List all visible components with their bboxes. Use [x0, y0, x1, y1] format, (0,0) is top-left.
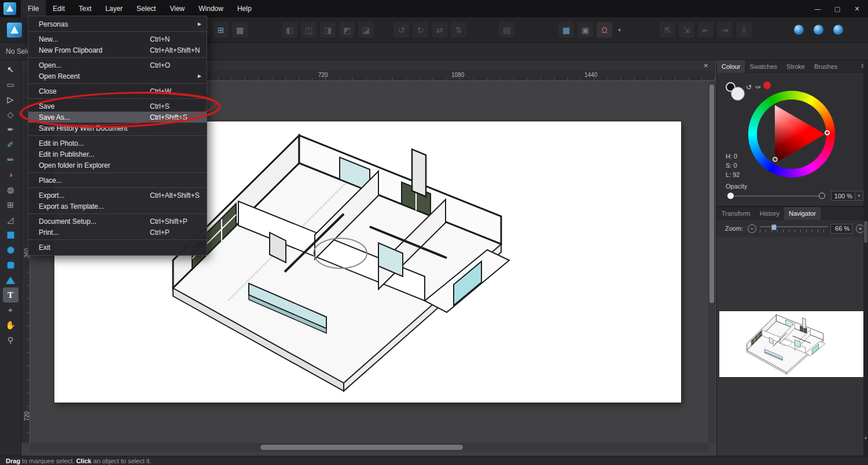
menubar-file[interactable]: File — [21, 0, 46, 17]
zoom-tool[interactable]: ⚲ — [3, 333, 19, 348]
menu-item-document-setup[interactable]: Document Setup... Ctrl+Shift+P — [28, 216, 207, 227]
pencil-tool[interactable]: ✏ — [3, 152, 19, 167]
menu-item-save-as[interactable]: Save As... Ctrl+Shift+S — [28, 112, 207, 123]
menu-item-place[interactable]: Place... — [28, 175, 207, 186]
menu-item-new-from-clipboard[interactable]: New From Clipboard Ctrl+Alt+Shift+N — [28, 45, 207, 56]
menu-item-exit[interactable]: Exit — [28, 242, 207, 253]
opacity-slider-end[interactable] — [819, 193, 825, 199]
show-grid-icon[interactable]: ▦ — [558, 22, 574, 38]
align-right-icon[interactable]: ◨ — [320, 22, 336, 38]
rectangle-tool[interactable] — [3, 227, 19, 242]
menu-item-open-recent[interactable]: Open Recent ▶ — [28, 71, 207, 82]
menu-item-print[interactable]: Print... Ctrl+P — [28, 227, 207, 238]
ellipse-tool[interactable] — [3, 242, 19, 257]
horizontal-scrollbar-thumb[interactable] — [260, 445, 463, 450]
opacity-value-field[interactable]: 100 % — [831, 191, 855, 201]
menu-item-personas[interactable]: Personas ▶ — [28, 19, 207, 29]
move-to-page-icon[interactable]: ⇳ — [736, 22, 752, 38]
zoom-out-icon[interactable]: − — [748, 224, 756, 233]
document-close-icon[interactable]: ✕ — [701, 61, 711, 70]
menu-item-close[interactable]: Close Ctrl+W — [28, 86, 207, 97]
view-tool[interactable]: ✋ — [3, 318, 19, 333]
vertical-scrollbar[interactable] — [708, 81, 715, 443]
insert-inside-icon[interactable]: ⇤ — [698, 22, 713, 38]
artboard-tool[interactable]: ▭ — [3, 77, 19, 92]
tab-swatches[interactable]: Swatches — [745, 60, 782, 73]
transform-origin-icon[interactable]: ▩ — [232, 22, 248, 38]
menu-item-save[interactable]: Save Ctrl+S — [28, 101, 207, 112]
menubar-text[interactable]: Text — [72, 0, 98, 17]
export-persona-icon[interactable] — [833, 25, 843, 35]
opacity-slider[interactable] — [733, 195, 820, 197]
menu-item-open[interactable]: Open... Ctrl+O — [28, 60, 207, 71]
menubar-help[interactable]: Help — [230, 0, 259, 17]
menubar-window[interactable]: Window — [192, 0, 230, 17]
designer-persona-logo[interactable] — [7, 23, 22, 38]
rotate-ccw-icon[interactable]: ↺ — [393, 22, 409, 38]
vector-brush-tool[interactable]: ✐ — [3, 137, 19, 152]
menubar-select[interactable]: Select — [130, 0, 163, 17]
colour-picker-tool[interactable]: ⌖ — [3, 302, 19, 318]
rounded-rectangle-tool[interactable] — [3, 257, 19, 272]
grid-options-icon[interactable]: ⊞ — [213, 22, 229, 38]
tab-navigator[interactable]: Navigator — [784, 207, 821, 220]
snap-manager-icon[interactable]: ▣ — [578, 22, 593, 38]
vertical-scrollbar-thumb[interactable] — [709, 84, 714, 303]
flip-vertical-icon[interactable]: ⇅ — [451, 22, 466, 38]
menu-item-save-history[interactable]: Save History With Document — [28, 123, 207, 134]
current-colour-swatch[interactable] — [763, 82, 771, 89]
menubar-layer[interactable]: Layer — [98, 0, 130, 17]
triangle-tool[interactable] — [3, 272, 19, 287]
insert-on-top-icon[interactable]: ⇲ — [679, 22, 694, 38]
eyedropper-icon[interactable]: ✑ — [755, 83, 761, 91]
minimize-button[interactable]: — — [809, 2, 826, 15]
vector-crop-tool[interactable]: ⊞ — [3, 197, 19, 212]
rotate-cw-icon[interactable]: ↻ — [413, 22, 428, 38]
panel-scrollbar[interactable]: ▾ — [863, 60, 868, 456]
move-tool[interactable]: ↖ — [3, 62, 19, 77]
menu-item-export[interactable]: Export... Ctrl+Alt+Shift+S — [28, 190, 207, 201]
menubar-view[interactable]: View — [163, 0, 192, 17]
scroll-down-icon[interactable]: ▾ — [863, 436, 868, 441]
distribute-h-icon[interactable]: ◩ — [339, 22, 355, 38]
designer-persona-icon[interactable] — [794, 25, 804, 35]
horizontal-scrollbar[interactable] — [30, 443, 708, 452]
insert-outside-icon[interactable]: ⇥ — [717, 22, 733, 38]
zoom-slider[interactable] — [760, 224, 828, 232]
menu-item-edit-in-publisher[interactable]: Edit in Publisher... — [28, 149, 207, 160]
navigator-thumbnail[interactable] — [719, 311, 865, 377]
restore-button[interactable]: ▢ — [829, 2, 846, 15]
menu-item-edit-in-photo[interactable]: Edit in Photo... — [28, 138, 207, 149]
pen-tool[interactable]: ✒ — [3, 122, 19, 137]
close-button[interactable]: ✕ — [848, 2, 866, 15]
order-icon[interactable]: ▤ — [499, 22, 514, 38]
node-tool[interactable]: ▷ — [3, 92, 19, 107]
swap-colours-icon[interactable]: ↺ — [746, 83, 752, 91]
tab-history[interactable]: History — [755, 207, 784, 220]
opacity-slider-knob[interactable] — [727, 193, 734, 199]
insert-behind-icon[interactable]: ⇱ — [660, 22, 675, 38]
tab-brushes[interactable]: Brushes — [810, 60, 842, 73]
flip-horizontal-icon[interactable]: ⇄ — [432, 22, 447, 38]
fill-tool[interactable]: ◑ — [3, 167, 19, 182]
menu-item-open-folder[interactable]: Open folder in Explorer — [28, 160, 207, 171]
snapping-caret-icon[interactable]: ▾ — [616, 22, 623, 38]
text-tool[interactable]: T — [3, 287, 19, 302]
menu-item-export-as-template[interactable]: Export as Template... — [28, 201, 207, 212]
tab-transform[interactable]: Transform — [717, 207, 755, 220]
tab-colour[interactable]: Colour — [717, 60, 745, 73]
align-left-icon[interactable]: ◧ — [282, 22, 297, 38]
panel-scrollbar-thumb[interactable] — [864, 221, 867, 243]
distribute-v-icon[interactable]: ◪ — [358, 22, 374, 38]
zoom-slider-thumb[interactable] — [771, 224, 777, 230]
opacity-caret-icon[interactable]: ▾ — [855, 191, 863, 201]
align-center-icon[interactable]: ◫ — [301, 22, 317, 38]
menu-item-new[interactable]: New... Ctrl+N — [28, 34, 207, 45]
zoom-value-field[interactable]: 66 % — [830, 224, 852, 234]
menubar-edit[interactable]: Edit — [46, 0, 72, 17]
tab-stroke[interactable]: Stroke — [782, 60, 810, 73]
pixel-persona-icon[interactable] — [814, 25, 823, 35]
transparency-tool[interactable]: ◍ — [3, 182, 19, 197]
hue-marker[interactable] — [825, 130, 830, 135]
navigator-viewport[interactable] — [717, 237, 868, 456]
